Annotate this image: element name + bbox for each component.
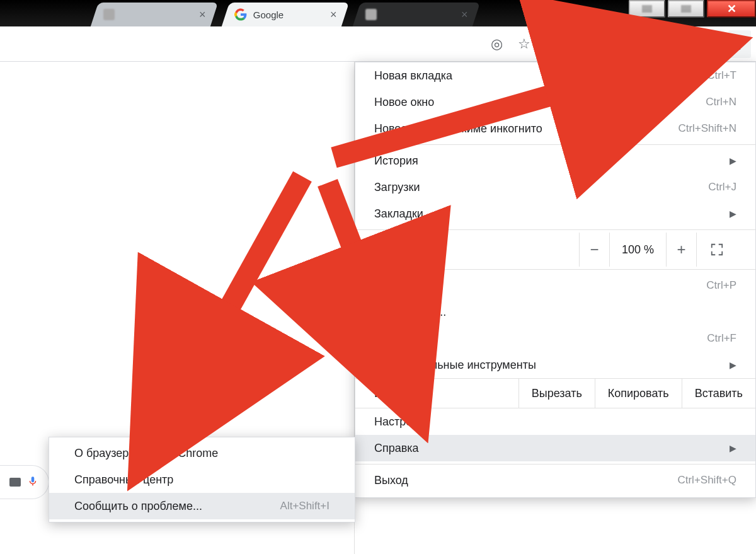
window-close-button[interactable]: ✕ [707,0,756,18]
fullscreen-button[interactable] [696,233,736,267]
edit-copy-button[interactable]: Копировать [595,379,682,408]
window-controls: ✕ [629,0,756,18]
menu-label: Справочный центр [74,473,173,487]
menu-label: Закладки [374,207,423,221]
menu-label: Новое окно [374,96,434,109]
close-tab-icon[interactable]: × [462,9,469,20]
menu-label: Печать... [374,279,421,292]
search-box-fragment[interactable] [0,465,49,499]
menu-edit-row: Изменить Вырезать Копировать Вставить [355,378,755,408]
favicon-placeholder [103,9,115,20]
submenu-help-center[interactable]: Справочный центр [49,466,355,493]
menu-shortcut: Ctrl+J [708,181,736,193]
tab-inactive-2[interactable]: × [353,3,480,26]
voice-search-icon[interactable] [27,473,38,491]
zoom-value: 100 % [609,233,666,267]
close-tab-icon[interactable]: × [331,9,338,20]
site-info-icon[interactable]: ◎ [485,33,508,55]
menu-label: Справка [374,442,419,455]
extensions-area [541,33,723,55]
menu-print[interactable]: Печать... Ctrl+P [355,272,755,299]
menu-zoom: Масштаб − 100 % + [355,233,755,267]
menu-exit[interactable]: Выход Ctrl+Shift+Q [355,467,755,493]
menu-history[interactable]: История ▶ [355,147,755,174]
main-menu-button[interactable]: ⋮ [728,30,751,58]
menu-label: История [374,154,418,168]
menu-separator [355,229,755,230]
chevron-right-icon: ▶ [730,156,736,166]
menu-label: О браузере Google Chrome [74,447,218,460]
menu-shortcut: Ctrl+P [706,279,736,292]
tab-inactive-1[interactable]: × [91,3,218,26]
help-submenu: О браузере Google Chrome Справочный цент… [49,437,355,522]
menu-new-tab[interactable]: Новая вкладка Ctrl+T [355,62,755,89]
menu-label: Новая вкладка [374,69,452,83]
main-menu: Новая вкладка Ctrl+T Новое окно Ctrl+N Н… [355,62,756,498]
favicon-placeholder [365,9,377,20]
submenu-about[interactable]: О браузере Google Chrome [49,440,355,466]
window-minimize-button[interactable] [629,0,665,18]
menu-more-tools[interactable]: Дополнительные инструменты ▶ [355,352,755,378]
menu-settings[interactable]: Настройки [355,408,755,435]
zoom-out-button[interactable]: − [579,233,609,267]
close-tab-icon[interactable]: × [200,9,207,20]
title-bar: × Google × × ✕ [0,0,756,26]
edit-cut-button[interactable]: Вырезать [518,379,595,408]
tab-title: Google [253,9,284,20]
submenu-report-issue[interactable]: Сообщить о проблеме... Alt+Shift+I [49,493,355,519]
menu-shortcut: Ctrl+Shift+N [678,122,736,135]
menu-cast[interactable]: Трансляция... [355,299,755,325]
google-g-icon [234,8,247,21]
menu-shortcut: Ctrl+T [707,69,736,82]
menu-bookmarks[interactable]: Закладки ▶ [355,200,755,227]
menu-label: Новое окно в режиме инкогнито [374,122,542,136]
menu-find[interactable]: Найти... Ctrl+F [355,325,755,352]
menu-new-window[interactable]: Новое окно Ctrl+N [355,89,755,115]
keyboard-icon[interactable] [9,478,21,487]
zoom-label: Масштаб [374,243,579,257]
menu-label: Сообщить о проблеме... [74,500,202,513]
menu-shortcut: Ctrl+F [707,332,736,345]
menu-label: Настройки [374,415,430,429]
menu-shortcut: Ctrl+Shift+Q [677,474,736,487]
chevron-right-icon: ▶ [730,209,736,219]
menu-label: Трансляция... [374,306,446,319]
menu-label: Выход [374,474,408,487]
menu-separator [355,269,755,270]
fullscreen-icon [710,243,724,257]
chevron-right-icon: ▶ [730,443,736,453]
menu-label: Загрузки [374,181,420,194]
menu-separator [355,464,755,465]
tab-active-google[interactable]: Google × [222,3,349,26]
edit-label: Изменить [355,379,518,408]
menu-downloads[interactable]: Загрузки Ctrl+J [355,174,755,200]
tab-strip: × Google × × [0,0,488,26]
menu-separator [355,144,755,145]
bookmark-star-icon[interactable]: ☆ [513,33,536,55]
window-maximize-button[interactable] [668,0,704,18]
menu-incognito[interactable]: Новое окно в режиме инкогнито Ctrl+Shift… [355,115,755,142]
menu-shortcut: Ctrl+N [706,96,736,108]
menu-help[interactable]: Справка ▶ [355,435,755,461]
edit-paste-button[interactable]: Вставить [682,379,755,408]
browser-toolbar: ◎ ☆ ⋮ [0,26,756,62]
chevron-right-icon: ▶ [730,360,736,370]
menu-label: Найти... [374,332,416,345]
menu-label: Дополнительные инструменты [374,359,536,372]
zoom-in-button[interactable]: + [666,233,696,267]
menu-shortcut: Alt+Shift+I [280,500,329,512]
